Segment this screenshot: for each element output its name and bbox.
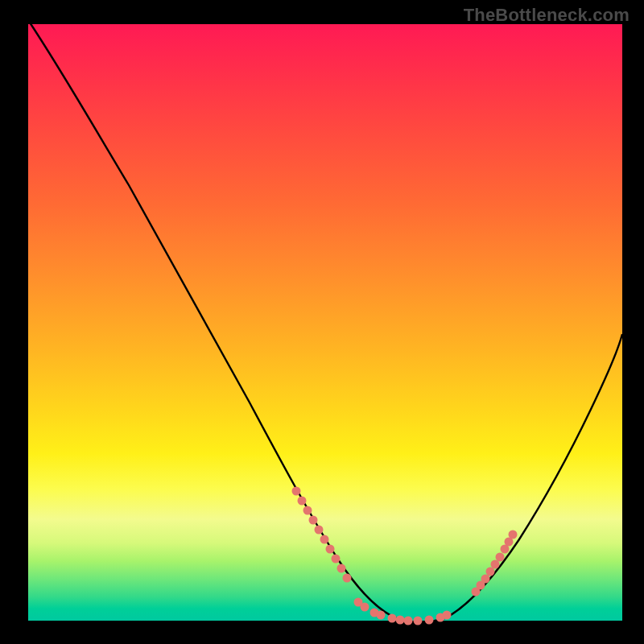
svg-point-7 — [332, 555, 341, 564]
svg-point-4 — [315, 526, 324, 535]
svg-point-8 — [337, 564, 346, 573]
svg-point-2 — [303, 506, 312, 515]
svg-point-9 — [343, 574, 352, 583]
highlight-dots — [292, 487, 518, 625]
svg-point-14 — [388, 614, 397, 623]
svg-point-6 — [326, 545, 335, 554]
svg-point-23 — [481, 575, 490, 584]
svg-point-11 — [361, 603, 369, 612]
svg-point-20 — [443, 611, 452, 620]
bottleneck-curve — [28, 24, 622, 621]
curve-path — [28, 20, 622, 622]
svg-point-29 — [509, 530, 518, 539]
watermark-text: TheBottleneck.com — [464, 5, 630, 26]
svg-point-1 — [298, 497, 307, 506]
chart-frame: TheBottleneck.com — [0, 0, 644, 644]
svg-point-25 — [491, 560, 500, 569]
svg-point-24 — [486, 568, 495, 576]
svg-point-3 — [309, 516, 318, 525]
svg-point-17 — [414, 617, 423, 625]
svg-point-26 — [496, 553, 505, 562]
plot-area — [28, 24, 622, 621]
svg-point-15 — [396, 616, 405, 625]
svg-point-18 — [425, 616, 434, 625]
svg-point-5 — [320, 535, 329, 544]
svg-point-13 — [377, 611, 386, 620]
svg-point-0 — [292, 487, 301, 496]
svg-point-16 — [404, 617, 413, 625]
